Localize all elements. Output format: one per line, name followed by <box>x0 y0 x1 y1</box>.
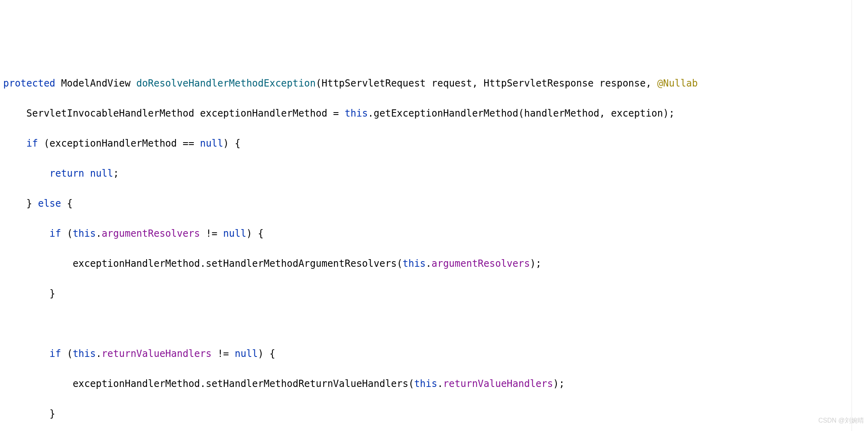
var-name: exceptionHandlerMethod <box>200 108 327 119</box>
indent <box>3 258 73 269</box>
comma: , <box>472 78 477 89</box>
indent <box>3 198 26 209</box>
close: ); <box>553 378 565 389</box>
operator: != <box>200 228 223 239</box>
code-line[interactable]: } else { <box>3 196 868 211</box>
code-line[interactable]: if (exceptionHandlerMethod == null) { <box>3 136 868 151</box>
param-type: HttpServletRequest <box>322 78 426 89</box>
method-call: getExceptionHandlerMethod <box>374 108 518 119</box>
field-argumentresolvers: argumentResolvers <box>431 258 530 269</box>
paren: ( <box>316 78 321 89</box>
dot: . <box>96 348 101 359</box>
close-brace: } <box>26 198 38 209</box>
param-name: response <box>599 78 646 89</box>
this-keyword: this <box>414 378 437 389</box>
dot: . <box>437 378 443 389</box>
code-line[interactable]: return null; <box>3 166 868 181</box>
this-keyword: this <box>403 258 426 269</box>
dot: . <box>426 258 431 269</box>
method-call: exceptionHandlerMethod.setHandlerMethodR… <box>73 378 414 389</box>
indent <box>3 168 50 179</box>
indent <box>3 378 73 389</box>
close-brace: } <box>50 408 55 419</box>
dot: . <box>96 228 101 239</box>
equals: = <box>327 108 344 119</box>
code-line[interactable]: if (this.argumentResolvers != null) { <box>3 226 868 242</box>
indent <box>3 348 50 359</box>
close: ); <box>530 258 542 269</box>
editor-right-margin <box>852 0 852 431</box>
field-returnvaluehandlers: returnValueHandlers <box>443 378 553 389</box>
open-brace: { <box>61 198 73 209</box>
comma: , <box>646 78 651 89</box>
dot: . <box>368 108 373 119</box>
this-keyword: this <box>73 348 96 359</box>
indent <box>3 138 26 149</box>
code-line[interactable]: exceptionHandlerMethod.setHandlerMethodR… <box>3 377 868 392</box>
keyword-protected: protected <box>3 78 55 89</box>
annotation-nullable: @Nullab <box>657 78 698 89</box>
call-args: (handlerMethod, exception); <box>518 108 675 119</box>
field-argumentresolvers: argumentResolvers <box>102 228 200 239</box>
close-brace: } <box>50 288 55 299</box>
code-line[interactable]: } <box>3 286 868 302</box>
keyword-return: return <box>50 168 85 179</box>
field-returnvaluehandlers: returnValueHandlers <box>102 348 212 359</box>
code-editor[interactable]: protected ModelAndView doResolveHandlerM… <box>0 60 868 431</box>
condition: (exceptionHandlerMethod == <box>38 138 200 149</box>
open-paren: ( <box>61 228 73 239</box>
code-line[interactable]: ServletInvocableHandlerMethod exceptionH… <box>3 106 868 121</box>
keyword-null: null <box>84 168 113 179</box>
keyword-if: if <box>50 348 61 359</box>
keyword-null: null <box>223 228 246 239</box>
code-line[interactable]: exceptionHandlerMethod.setHandlerMethodA… <box>3 256 868 272</box>
param-type: HttpServletResponse <box>483 78 594 89</box>
keyword-else: else <box>38 198 61 209</box>
code-line[interactable]: } <box>3 407 868 422</box>
param-name: request <box>431 78 472 89</box>
open-paren: ( <box>61 348 73 359</box>
indent <box>3 408 50 419</box>
code-line[interactable] <box>3 316 868 332</box>
close-paren: ) { <box>258 348 275 359</box>
this-keyword: this <box>73 228 96 239</box>
keyword-null: null <box>235 348 258 359</box>
close-paren: ) { <box>223 138 240 149</box>
close-paren: ) { <box>246 228 264 239</box>
this-keyword: this <box>345 108 368 119</box>
method-call: exceptionHandlerMethod.setHandlerMethodA… <box>73 258 403 269</box>
watermark-text: CSDN @刘婉晴 <box>818 413 864 428</box>
code-line[interactable]: if (this.returnValueHandlers != null) { <box>3 346 868 362</box>
method-name: doResolveHandlerMethodException <box>136 78 316 89</box>
semicolon: ; <box>113 168 119 179</box>
code-line[interactable]: protected ModelAndView doResolveHandlerM… <box>3 76 868 91</box>
return-type: ModelAndView <box>61 78 131 89</box>
indent <box>3 228 50 239</box>
operator: != <box>211 348 235 359</box>
indent <box>3 288 50 299</box>
var-type: ServletInvocableHandlerMethod <box>26 108 194 119</box>
keyword-if: if <box>26 138 38 149</box>
indent <box>3 108 26 119</box>
keyword-null: null <box>200 138 223 149</box>
keyword-if: if <box>50 228 61 239</box>
